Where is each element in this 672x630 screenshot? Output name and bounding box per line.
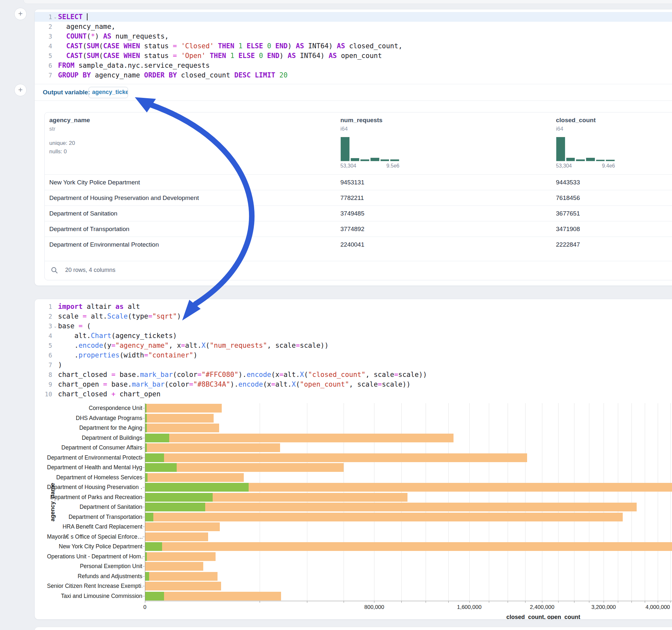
y-tick <box>143 586 145 586</box>
column-stat: unique: 20 <box>49 140 75 146</box>
column-header[interactable]: agency_name <box>49 117 90 124</box>
code-line[interactable]: 1⌄SELECT <box>35 12 672 22</box>
open-count-bar[interactable] <box>145 503 205 511</box>
code-line[interactable]: 2scale = alt.Scale(type="sqrt") <box>35 311 672 321</box>
y-axis-label: Department of Consumer Affairs <box>47 444 142 451</box>
closed-count-bar[interactable] <box>145 453 527 462</box>
y-axis-label: Department for the Aging <box>47 425 142 431</box>
code-line[interactable]: 6 .properties(width="container") <box>35 350 672 360</box>
text-cursor <box>87 13 88 20</box>
code-fold-chevron-icon[interactable]: ⌄ <box>53 12 57 22</box>
x-tick <box>589 601 589 603</box>
closed-count-bar[interactable] <box>145 404 222 413</box>
y-axis-label: Operations Unit - Department of Hom… <box>47 553 142 560</box>
closed-count-bar[interactable] <box>145 423 219 432</box>
code-line[interactable]: 3⌄base = ( <box>35 321 672 331</box>
line-number: 5 <box>35 341 52 350</box>
x-tick-label: 1,600,000 <box>450 604 489 610</box>
search-icon[interactable] <box>51 266 58 274</box>
closed-count-bar[interactable] <box>145 532 208 541</box>
column-histogram[interactable] <box>556 137 615 162</box>
code-line[interactable]: 9chart_open = base.mark_bar(color="#8BC3… <box>35 380 672 389</box>
python-code-editor[interactable]: 1import altair as alt2scale = alt.Scale(… <box>35 302 672 399</box>
code-line[interactable]: 8chart_closed = base.mark_bar(color="#FF… <box>35 370 672 380</box>
line-number: 6 <box>35 350 52 360</box>
open-count-bar[interactable] <box>145 542 162 551</box>
table-row[interactable]: Department of Housing Preservation and D… <box>45 190 672 206</box>
code-line[interactable]: 10chart_closed + chart_open <box>35 389 672 399</box>
closed-count-bar[interactable] <box>145 414 214 422</box>
y-axis-label: Department of Housing Preservation … <box>47 484 142 491</box>
code-line[interactable]: 1import altair as alt <box>35 302 672 311</box>
closed-count-bar[interactable] <box>145 562 203 571</box>
y-axis-label: Taxi and Limousine Commission <box>47 593 142 600</box>
open-count-bar[interactable] <box>145 463 177 472</box>
y-axis-label: DHS Advantage Programs <box>47 415 142 421</box>
line-number: 5 <box>35 51 52 60</box>
x-tick-label: 2,400,000 <box>523 604 561 610</box>
closed-count-bar[interactable] <box>145 552 216 561</box>
closed-count-bar[interactable] <box>145 513 623 522</box>
add-cell-button[interactable]: + <box>14 8 27 20</box>
y-axis-label: Correspondence Unit <box>47 405 142 412</box>
y-axis-label: Refunds and Adjustments <box>47 573 142 580</box>
output-variable-pill[interactable]: agency_tickets <box>89 87 128 98</box>
gridline <box>508 403 508 601</box>
y-tick <box>143 547 145 547</box>
x-tick <box>489 601 489 603</box>
y-tick <box>143 596 145 596</box>
table-cell: 3677651 <box>556 210 580 217</box>
open-count-bar[interactable] <box>145 434 169 442</box>
table-row[interactable]: Department of Sanitation37494853677651 <box>45 205 672 221</box>
table-cell: 3774892 <box>340 225 364 233</box>
gridline <box>470 403 470 601</box>
table-row[interactable]: New York City Police Department945313194… <box>45 174 672 190</box>
table-row[interactable]: Department of Transportation377489234719… <box>45 221 672 237</box>
add-cell-button[interactable]: + <box>14 84 27 96</box>
column-header[interactable]: num_requests <box>340 117 383 124</box>
column-header[interactable]: closed_count <box>556 117 596 124</box>
closed-count-bar[interactable] <box>145 503 637 511</box>
closed-count-bar[interactable] <box>145 523 220 531</box>
closed-count-bar[interactable] <box>145 572 217 581</box>
y-tick <box>143 447 145 448</box>
x-tick <box>604 601 604 603</box>
code-line[interactable]: 5 .encode(y="agency_name", x=alt.X("num_… <box>35 341 672 350</box>
sql-code-editor[interactable]: 1⌄SELECT 2 agency_name,3 COUNT(*) AS num… <box>35 12 672 80</box>
closed-count-bar[interactable] <box>145 582 221 590</box>
open-count-bar[interactable] <box>145 592 164 601</box>
closed-count-bar[interactable] <box>145 443 280 452</box>
column-histogram[interactable] <box>340 137 399 162</box>
table-cell: 2222847 <box>556 241 580 248</box>
closed-count-bar[interactable] <box>145 542 672 551</box>
table-cell: 9443533 <box>556 179 580 186</box>
histogram-max-label: 9.5e6 <box>340 163 399 169</box>
code-line[interactable]: 6FROM sample_data.nyc.service_requests <box>35 60 672 70</box>
code-line[interactable]: 7) <box>35 360 672 370</box>
closed-count-bar[interactable] <box>145 473 244 482</box>
x-tick-label: 800,000 <box>355 604 393 610</box>
line-number: 7 <box>35 70 52 80</box>
code-line[interactable]: 4 alt.Chart(agency_tickets) <box>35 331 672 341</box>
table-row[interactable]: Department of Environmental Protection22… <box>45 237 672 252</box>
code-line[interactable]: 2 agency_name, <box>35 22 672 31</box>
open-count-bar[interactable] <box>145 572 149 581</box>
code-line[interactable]: 7GROUP BY agency_name ORDER BY closed_co… <box>35 70 672 80</box>
x-tick <box>374 601 375 603</box>
x-tick-label: 3,200,000 <box>584 604 623 610</box>
open-count-bar[interactable] <box>145 453 164 462</box>
code-fold-chevron-icon[interactable]: ⌄ <box>53 321 57 331</box>
x-tick-label: 0 <box>125 604 164 610</box>
open-count-bar[interactable] <box>145 513 153 522</box>
line-number: 2 <box>35 22 52 31</box>
closed-count-bar[interactable] <box>145 592 281 601</box>
closed-count-bar[interactable] <box>145 434 454 442</box>
altair-bar-chart: Correspondence UnitDHS Advantage Program… <box>44 402 672 619</box>
code-line[interactable]: 5 CAST(SUM(CASE WHEN status = 'Open' THE… <box>35 51 672 60</box>
open-count-bar[interactable] <box>145 473 147 482</box>
open-count-bar[interactable] <box>145 493 213 502</box>
x-axis-title: closed_count, open_count <box>414 614 672 619</box>
code-line[interactable]: 3 COUNT(*) AS num_requests, <box>35 31 672 41</box>
open-count-bar[interactable] <box>145 483 249 492</box>
code-line[interactable]: 4 CAST(SUM(CASE WHEN status = 'Closed' T… <box>35 41 672 51</box>
